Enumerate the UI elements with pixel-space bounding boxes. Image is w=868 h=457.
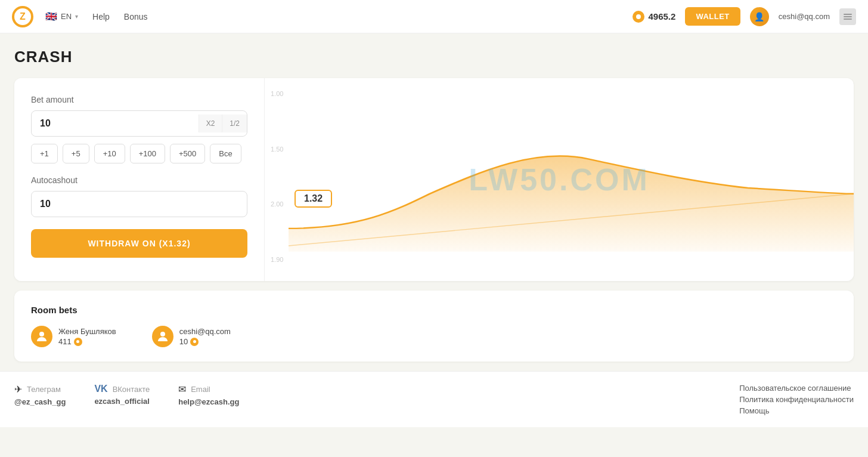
player-bet: 10: [179, 337, 231, 346]
y-label-100: 1.00: [271, 90, 283, 97]
bet-multiplier-buttons: X2 1/2: [199, 115, 247, 132]
footer-legal: Пользовательское соглашение Политика кон…: [739, 384, 854, 415]
quick-bet-buttons: +1 +5 +10 +100 +500 Все: [31, 144, 247, 163]
quick-btn-5[interactable]: +5: [63, 144, 89, 163]
footer-vk: VK ВКонтакте ezcash_official: [94, 384, 150, 406]
logo[interactable]: Z: [12, 6, 33, 27]
coin-icon: [190, 338, 199, 346]
bet-input-row: X2 1/2: [31, 110, 247, 137]
lang-selector[interactable]: 🇬🇧 EN ▾: [45, 11, 78, 22]
help-link[interactable]: Помощь: [739, 406, 854, 415]
footer-icon-row: ✉ Email: [178, 384, 239, 395]
bet-amount-label: Bet amount: [31, 95, 247, 104]
withdraw-button[interactable]: WITHDRAW ON (X1.32): [31, 229, 247, 258]
y-label-190: 1.90: [271, 256, 283, 263]
header-right: 4965.2 WALLET 👤 ceshi@qq.com: [633, 7, 856, 26]
autocashout-label: Autocashout: [31, 175, 247, 185]
footer-handle[interactable]: ezcash_official: [94, 397, 150, 406]
coin-icon: [74, 338, 82, 346]
svg-point-4: [39, 332, 44, 336]
chart-panel: 1.00 1.50 2.00 1.90: [265, 78, 854, 281]
y-label-200: 2.00: [271, 200, 283, 208]
main-content: CRASH ? Bet amount X2 1/2 +1 +5 +10 +100…: [0, 33, 868, 362]
footer-handle[interactable]: @ez_cash_gg: [14, 397, 66, 406]
player-bet: 411: [58, 337, 116, 346]
quick-btn-1[interactable]: +1: [31, 144, 58, 163]
footer-handle[interactable]: help@ezcash.gg: [178, 397, 239, 406]
svg-point-5: [160, 332, 165, 336]
avatar: [152, 326, 173, 347]
multiplier-badge: 1.32: [294, 190, 332, 208]
terms-link[interactable]: Пользовательское соглашение: [739, 384, 854, 393]
logo-icon: Z: [20, 11, 26, 22]
x2-button[interactable]: X2: [199, 115, 222, 132]
user-email: ceshi@qq.com: [779, 12, 830, 21]
person-icon: [35, 329, 49, 344]
person-icon: [156, 329, 170, 344]
settings-button[interactable]: [839, 8, 856, 25]
telegram-icon: ✈: [14, 384, 22, 395]
bet-panel: Bet amount X2 1/2 +1 +5 +10 +100 +500 Вс…: [14, 78, 265, 281]
nav-bonus[interactable]: Bonus: [124, 12, 148, 21]
settings-icon: [844, 13, 852, 21]
flag-icon: 🇬🇧: [45, 11, 57, 22]
list-item: ceshi@qq.com 10: [152, 326, 231, 347]
game-container: Bet amount X2 1/2 +1 +5 +10 +100 +500 Вс…: [14, 78, 854, 281]
page-title: CRASH: [14, 48, 854, 66]
footer-email: ✉ Email help@ezcash.gg: [178, 384, 239, 406]
email-icon: ✉: [178, 384, 186, 395]
balance-value: 4965.2: [648, 11, 675, 21]
quick-btn-100[interactable]: +100: [130, 144, 165, 163]
vk-icon: VK: [94, 384, 107, 394]
footer-platform: ВКонтакте: [113, 385, 150, 394]
svg-rect-2: [844, 18, 852, 20]
wallet-button[interactable]: WALLET: [685, 7, 740, 26]
footer-telegram: ✈ Телеграм @ez_cash_gg: [14, 384, 66, 406]
footer: ✈ Телеграм @ez_cash_gg VK ВКонтакте ezca…: [0, 371, 868, 427]
balance-display: 4965.2: [633, 11, 675, 23]
avatar: [31, 326, 52, 347]
svg-rect-1: [844, 16, 852, 17]
player-name: ceshi@qq.com: [179, 327, 231, 336]
quick-btn-500[interactable]: +500: [170, 144, 205, 163]
chart-svg: [289, 78, 854, 263]
room-bets-title: Room bets: [31, 305, 837, 315]
nav-help[interactable]: Help: [92, 12, 110, 21]
avatar: 👤: [750, 7, 769, 26]
header: Z 🇬🇧 EN ▾ Help Bonus 4965.2 WALLET 👤 ces…: [0, 0, 868, 33]
coin-icon: [633, 11, 644, 23]
footer-icon-row: VK ВКонтакте: [94, 384, 150, 394]
bets-list: Женя Бушляков 411: [31, 326, 837, 347]
y-label-150: 1.50: [271, 146, 283, 153]
footer-icon-row: ✈ Телеграм: [14, 384, 66, 395]
lang-label: EN: [61, 12, 72, 21]
footer-platform: Email: [191, 385, 210, 394]
player-name: Женя Бушляков: [58, 327, 116, 336]
svg-rect-0: [844, 14, 852, 15]
bet-amount: 10: [179, 337, 188, 346]
autocashout-input[interactable]: [31, 191, 247, 217]
quick-btn-all[interactable]: Все: [210, 144, 241, 163]
nav-links: Help Bonus: [92, 12, 148, 21]
chevron-down-icon: ▾: [75, 13, 78, 20]
footer-platform: Телеграм: [27, 385, 61, 394]
bet-input[interactable]: [32, 111, 199, 136]
room-bets-panel: Room bets Женя Бушляков 411: [14, 291, 854, 362]
player-info: Женя Бушляков 411: [58, 327, 116, 346]
privacy-link[interactable]: Политика конфиденциальности: [739, 395, 854, 404]
half-button[interactable]: 1/2: [222, 115, 247, 132]
quick-btn-10[interactable]: +10: [94, 144, 125, 163]
player-info: ceshi@qq.com 10: [179, 327, 231, 346]
list-item: Женя Бушляков 411: [31, 326, 116, 347]
bet-amount: 411: [58, 337, 72, 346]
